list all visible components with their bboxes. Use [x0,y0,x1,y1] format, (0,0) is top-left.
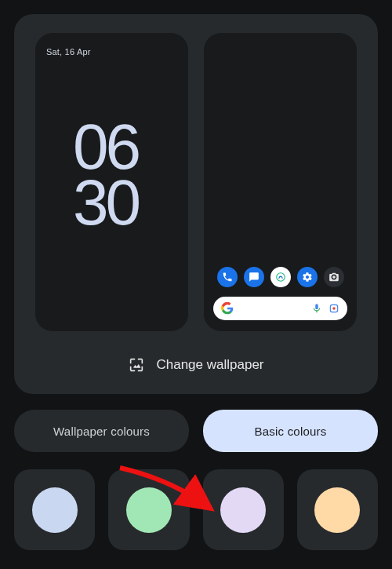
swatch-circle [220,487,266,533]
browser-icon [270,267,291,287]
home-dock [204,267,357,287]
colour-swatches [14,469,378,550]
tab-label: Basic colours [255,425,327,438]
swatch-circle [314,487,360,533]
colour-source-tabs: Wallpaper colours Basic colours [14,410,378,452]
lockscreen-clock: 06 30 [73,119,138,230]
mic-icon [311,303,322,314]
wallpaper-style-preview-card: Sat, 16 Apr 06 30 [14,14,378,394]
messages-icon [244,267,264,287]
phone-previews-row: Sat, 16 Apr 06 30 [31,33,361,331]
clock-minutes: 30 [73,175,138,231]
camera-icon [324,267,344,287]
change-wallpaper-button[interactable]: Change wallpaper [31,352,361,378]
settings-icon [297,267,318,287]
search-bar [213,297,347,320]
swatch-blue[interactable] [14,469,95,550]
svg-point-0 [276,273,285,282]
swatch-lilac[interactable] [203,469,284,550]
google-logo-icon [221,302,234,315]
lens-icon [328,303,339,314]
swatch-circle [126,487,172,533]
swatch-green[interactable] [108,469,189,550]
swatch-circle [32,487,78,533]
lockscreen-preview[interactable]: Sat, 16 Apr 06 30 [35,33,188,331]
wallpaper-icon [128,356,145,374]
lockscreen-date: Sat, 16 Apr [46,47,91,57]
tab-basic-colours[interactable]: Basic colours [203,410,378,452]
phone-icon [217,267,238,287]
svg-point-2 [332,307,336,310]
homescreen-preview[interactable] [204,33,357,331]
change-wallpaper-label: Change wallpaper [156,357,263,373]
swatch-peach[interactable] [297,469,378,550]
tab-label: Wallpaper colours [53,425,150,438]
tab-wallpaper-colours[interactable]: Wallpaper colours [14,410,189,452]
